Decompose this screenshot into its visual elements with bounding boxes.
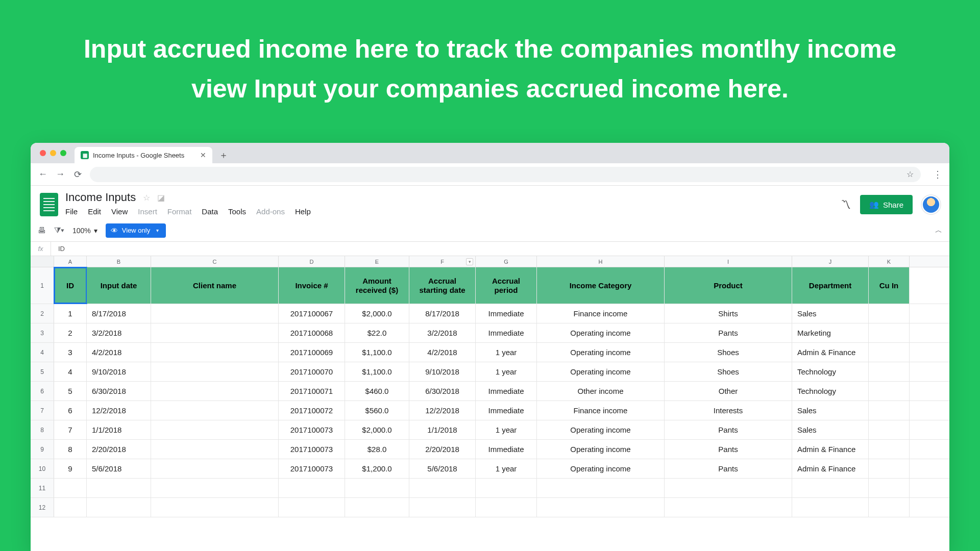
cell[interactable]: 2017100072 <box>279 401 345 420</box>
cell[interactable] <box>792 479 869 497</box>
column-header-K[interactable]: K <box>869 256 910 267</box>
cell[interactable]: Technology <box>792 382 869 400</box>
print-icon[interactable]: 🖶 <box>38 226 46 235</box>
cell[interactable]: 2017100067 <box>279 304 345 323</box>
menu-help[interactable]: Help <box>295 207 311 216</box>
column-filter-icon[interactable]: ▾ <box>466 258 473 265</box>
menu-format[interactable]: Format <box>167 207 192 216</box>
cell[interactable]: Finance income <box>537 304 665 323</box>
cell[interactable]: 6 <box>54 401 87 420</box>
cell[interactable]: 2017100069 <box>279 343 345 362</box>
menu-data[interactable]: Data <box>202 207 218 216</box>
cell[interactable] <box>869 401 910 420</box>
menu-add-ons[interactable]: Add-ons <box>256 207 285 216</box>
document-title[interactable]: Income Inputs <box>65 191 136 204</box>
header-cell[interactable]: Income Category <box>537 267 665 304</box>
cell[interactable] <box>869 382 910 400</box>
account-avatar[interactable] <box>922 195 940 214</box>
cell[interactable] <box>537 498 665 517</box>
header-cell[interactable]: Invoice # <box>279 267 345 304</box>
cell[interactable]: 9/10/2018 <box>87 362 151 381</box>
row-number[interactable]: 5 <box>31 362 54 381</box>
cell[interactable]: 5/6/2018 <box>87 459 151 478</box>
cell[interactable]: 5 <box>54 382 87 400</box>
cell[interactable]: 2/20/2018 <box>87 440 151 459</box>
cell[interactable]: 4 <box>54 362 87 381</box>
row-number[interactable]: 4 <box>31 343 54 362</box>
cell[interactable]: Shirts <box>665 304 792 323</box>
cell[interactable]: 1 year <box>476 343 537 362</box>
cell[interactable]: 2017100073 <box>279 440 345 459</box>
menu-file[interactable]: File <box>65 207 78 216</box>
cell[interactable]: Operating income <box>537 440 665 459</box>
collapse-toolbar-icon[interactable]: ︿ <box>935 226 942 235</box>
menu-view[interactable]: View <box>111 207 128 216</box>
sheets-logo-icon[interactable] <box>40 193 58 216</box>
cell[interactable] <box>151 323 279 342</box>
cell[interactable] <box>665 479 792 497</box>
row-number[interactable]: 1 <box>31 267 54 304</box>
cell[interactable]: $22.0 <box>345 323 409 342</box>
cell[interactable] <box>476 479 537 497</box>
cell[interactable]: Immediate <box>476 304 537 323</box>
column-header-B[interactable]: B <box>87 256 151 267</box>
menu-tools[interactable]: Tools <box>228 207 246 216</box>
cell[interactable]: $1,100.0 <box>345 362 409 381</box>
minimize-window-icon[interactable] <box>50 150 56 156</box>
header-cell[interactable]: Amount received ($) <box>345 267 409 304</box>
cell[interactable]: Admin & Finance <box>792 459 869 478</box>
cell[interactable]: Interests <box>665 401 792 420</box>
cell[interactable]: 8/17/2018 <box>409 304 476 323</box>
cell[interactable] <box>54 479 87 497</box>
row-number[interactable]: 7 <box>31 401 54 420</box>
column-header-G[interactable]: G <box>476 256 537 267</box>
cell[interactable]: Pants <box>665 440 792 459</box>
cell[interactable]: Finance income <box>537 401 665 420</box>
header-cell[interactable]: Accrual starting date <box>409 267 476 304</box>
header-cell[interactable]: Department <box>792 267 869 304</box>
cell[interactable]: 1 <box>54 304 87 323</box>
cell[interactable] <box>151 498 279 517</box>
cell[interactable]: 3 <box>54 343 87 362</box>
cell[interactable]: Admin & Finance <box>792 440 869 459</box>
share-button[interactable]: 👥 Share <box>860 195 913 214</box>
close-window-icon[interactable] <box>40 150 46 156</box>
column-header-E[interactable]: E <box>345 256 409 267</box>
maximize-window-icon[interactable] <box>60 150 66 156</box>
cell[interactable]: Operating income <box>537 459 665 478</box>
header-cell[interactable]: ID <box>54 267 87 304</box>
cell[interactable] <box>87 479 151 497</box>
cell[interactable] <box>279 479 345 497</box>
cell[interactable]: Sales <box>792 401 869 420</box>
bookmark-star-icon[interactable]: ☆ <box>906 169 914 179</box>
cell[interactable]: Immediate <box>476 382 537 400</box>
cell[interactable] <box>345 498 409 517</box>
menu-edit[interactable]: Edit <box>88 207 101 216</box>
cell[interactable]: 3/2/2018 <box>87 323 151 342</box>
cell[interactable]: 6/30/2018 <box>87 382 151 400</box>
cell[interactable] <box>151 304 279 323</box>
cell[interactable] <box>151 420 279 439</box>
cell[interactable] <box>345 479 409 497</box>
star-document-icon[interactable]: ☆ <box>143 193 150 203</box>
cell[interactable]: 12/2/2018 <box>87 401 151 420</box>
move-document-icon[interactable]: ◪ <box>157 193 165 203</box>
cell[interactable] <box>151 401 279 420</box>
nav-forward-icon[interactable]: → <box>55 169 65 180</box>
cell[interactable]: $28.0 <box>345 440 409 459</box>
cell[interactable] <box>869 440 910 459</box>
row-number[interactable]: 11 <box>31 479 54 497</box>
row-number[interactable]: 2 <box>31 304 54 323</box>
zoom-select[interactable]: 100%▾ <box>72 227 97 235</box>
cell[interactable]: 2017100070 <box>279 362 345 381</box>
cell[interactable] <box>869 304 910 323</box>
cell[interactable] <box>869 323 910 342</box>
cell[interactable]: Immediate <box>476 401 537 420</box>
cell[interactable] <box>665 498 792 517</box>
cell[interactable]: 1 year <box>476 362 537 381</box>
cell[interactable]: 1/1/2018 <box>409 420 476 439</box>
row-number[interactable]: 10 <box>31 459 54 478</box>
header-cell[interactable]: Cu In <box>869 267 910 304</box>
header-cell[interactable]: Client name <box>151 267 279 304</box>
nav-reload-icon[interactable]: ⟳ <box>72 169 83 180</box>
